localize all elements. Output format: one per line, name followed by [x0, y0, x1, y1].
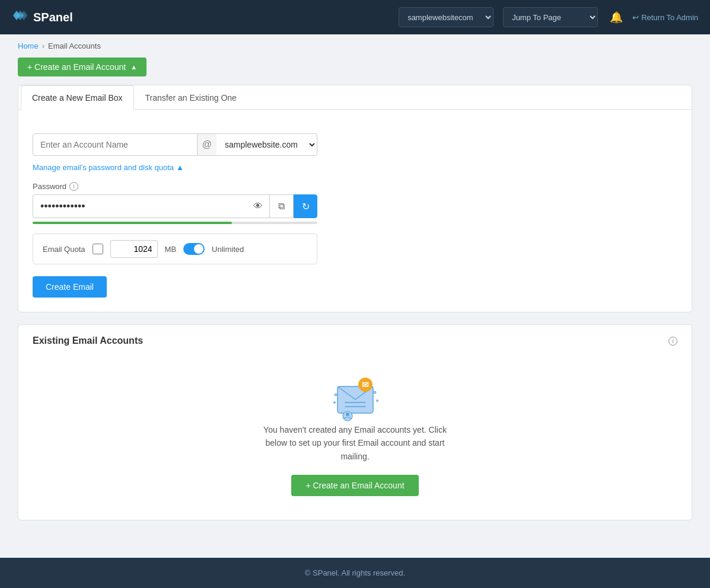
password-input[interactable]: [33, 194, 246, 218]
tab-bar: Create a New Email Box Transfer an Exist…: [18, 85, 692, 110]
unlimited-label: Unlimited: [212, 245, 244, 254]
existing-accounts-header: Existing Email Accounts i: [18, 325, 692, 346]
password-strength-bar: [33, 222, 317, 224]
create-email-submit-button[interactable]: Create Email: [33, 276, 107, 298]
svg-text:✉: ✉: [362, 380, 369, 389]
empty-state: ✉ You haven't created any Email accounts…: [18, 346, 692, 520]
chevron-up-icon: ▲: [130, 63, 137, 71]
at-sign: @: [198, 133, 216, 156]
quota-box: Email Quota MB Unlimited: [33, 234, 317, 264]
generate-password-button[interactable]: ↻: [294, 194, 317, 218]
email-illustration: ✉: [323, 364, 388, 423]
password-label: Password i: [33, 182, 677, 191]
toggle-password-visibility-button[interactable]: 👁: [246, 194, 270, 218]
notification-bell-button[interactable]: 🔔: [607, 8, 625, 26]
create-email-account-button[interactable]: + Create an Email Account ▲: [18, 57, 147, 76]
unlimited-toggle[interactable]: [183, 243, 205, 255]
svg-point-11: [374, 391, 376, 394]
quota-unit: MB: [165, 245, 177, 254]
password-info-icon[interactable]: i: [69, 182, 78, 191]
password-row: 👁 ⧉ ↻: [33, 194, 317, 218]
tab-transfer[interactable]: Transfer an Existing One: [134, 85, 248, 110]
svg-point-12: [376, 400, 378, 402]
breadcrumb-separator: ›: [42, 41, 44, 50]
tab-create-new[interactable]: Create a New Email Box: [21, 85, 134, 110]
password-strength-fill: [33, 222, 232, 224]
form-card: Create a New Email Box Transfer an Exist…: [18, 85, 692, 312]
svg-point-8: [346, 413, 349, 416]
quota-checkbox[interactable]: [93, 244, 103, 254]
logo-text: SPanel: [33, 11, 73, 24]
existing-info-icon[interactable]: i: [668, 337, 677, 346]
main-content: Create a New Email Box Transfer an Exist…: [0, 85, 710, 558]
breadcrumb-current: Email Accounts: [48, 41, 101, 50]
copy-password-button[interactable]: ⧉: [270, 194, 294, 218]
svg-point-9: [335, 394, 337, 396]
jump-to-page-select[interactable]: Jump To Page: [503, 7, 598, 27]
existing-accounts-card: Existing Email Accounts i ✉: [18, 324, 692, 520]
return-to-admin-button[interactable]: ↩ Return To Admin: [632, 13, 698, 22]
empty-state-text: You haven't created any Email accounts y…: [254, 423, 456, 463]
svg-point-10: [333, 402, 335, 404]
refresh-icon: ↻: [302, 201, 310, 212]
footer: © SPanel. All rights reserved.: [0, 558, 710, 588]
header: SPanel samplewebsitecom Jump To Page 🔔 ↩…: [0, 0, 710, 34]
existing-accounts-title: Existing Email Accounts: [33, 335, 143, 346]
footer-text: © SPanel. All rights reserved.: [305, 568, 405, 577]
quota-input[interactable]: [110, 240, 158, 258]
eye-icon: 👁: [253, 201, 263, 212]
account-name-row: @ samplewebsite.com: [33, 133, 317, 156]
account-name-input[interactable]: [33, 133, 198, 156]
domain-select[interactable]: samplewebsitecom: [399, 7, 494, 27]
action-bar: + Create an Email Account ▲: [0, 55, 710, 85]
chevron-up-icon: ▲: [176, 163, 184, 172]
logo: SPanel: [12, 8, 389, 26]
form-body: @ samplewebsite.com Manage email's passw…: [18, 110, 692, 312]
copy-icon: ⧉: [278, 201, 285, 212]
return-icon: ↩: [632, 13, 639, 22]
quota-label: Email Quota: [43, 245, 85, 254]
empty-state-create-button[interactable]: + Create an Email Account: [291, 475, 418, 496]
breadcrumb-home[interactable]: Home: [18, 41, 39, 50]
header-right: 🔔 ↩ Return To Admin: [607, 8, 698, 26]
logo-icon: [12, 8, 28, 26]
manage-password-link[interactable]: Manage email's password and disk quota ▲: [33, 163, 184, 172]
domain-dropdown[interactable]: samplewebsite.com: [216, 133, 317, 156]
breadcrumb: Home › Email Accounts: [0, 34, 710, 55]
